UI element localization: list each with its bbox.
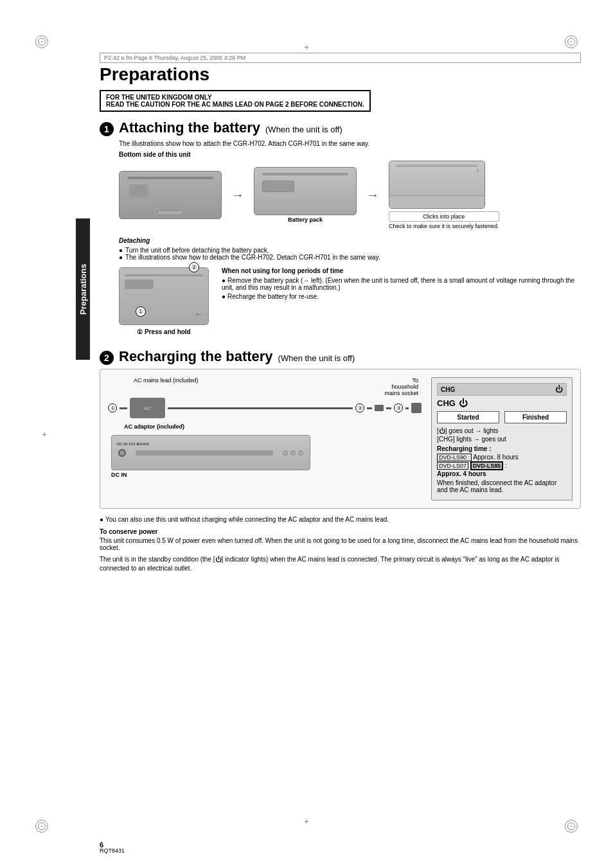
warning-line1: FOR THE UNITED KINGDOM ONLY READ THE CAU… <box>106 94 364 108</box>
dc-in-port <box>118 449 126 457</box>
dvd-player-area: DC IN 12V ⊕⊖⊖⊖ <box>111 435 422 478</box>
approx2-text: Approx. 4 hours <box>437 470 567 477</box>
chg-main-labels: CHG ⏻ <box>437 398 567 408</box>
finished-note: When finished, disconnect the AC adaptor… <box>437 479 567 493</box>
colon-sep: : <box>505 462 507 469</box>
corner-mark-tl <box>35 35 48 48</box>
model2-highlight-label: DVD-LS85 <box>470 461 504 470</box>
recharging-time-label: Recharging time : <box>437 445 567 452</box>
household-label: To household mains socket <box>384 377 418 396</box>
model2-line: DVD-LS07 DVD-LS85 : <box>437 462 567 469</box>
arrow-2: → <box>366 188 379 202</box>
corner-mark-br <box>565 820 578 833</box>
section1-subtitle: (When the unit is off) <box>265 125 342 134</box>
ac-top-labels: AC mains lead (included) To household ma… <box>108 377 422 396</box>
chg-status-row: Started Finished <box>437 411 567 423</box>
battery-pack-label: Battery pack <box>254 217 357 223</box>
section1-header: 1 Attaching the battery (When the unit i… <box>100 120 581 136</box>
check-label: Check to make sure it is securely fasten… <box>389 223 499 229</box>
corner-mark-tr <box>565 35 578 48</box>
recharge-left-col: AC mains lead (included) To household ma… <box>108 377 422 478</box>
file-header: P2-32 e.fm Page 6 Thursday, August 25, 2… <box>100 53 581 63</box>
conserve-section: To conserve power This unit consumes 0.5… <box>100 528 581 573</box>
recharge-right-col: CHG ⏻ CHG ⏻ Started Finished <box>431 377 573 500</box>
section2-title: Recharging the battery <box>119 348 273 365</box>
sidebar-label: Preparations <box>76 218 90 360</box>
ac-mains-lead-label: AC mains lead (included) <box>134 377 199 396</box>
step1-circle: ① <box>108 403 117 412</box>
conserve-title: To conserve power <box>100 528 581 535</box>
step-1-circle: ① <box>136 306 146 317</box>
btn3 <box>298 450 303 456</box>
power-icon-top: ⏻ <box>555 385 563 394</box>
lower-device-diagram: ② ① ← ↑ <box>119 267 209 335</box>
buttons-area <box>283 450 303 456</box>
section1-number: 1 <box>100 122 114 136</box>
model1-label: DVD-LS90 : <box>437 454 472 461</box>
lower-battery-area: ② ① ← ↑ <box>119 267 581 335</box>
rqt-number: RQT8431 <box>100 847 125 854</box>
chg-indicator-bar: CHG ⏻ <box>437 383 567 396</box>
step2-circle: ② <box>355 403 364 412</box>
battery-diagrams: → Battery pack → <box>119 161 581 229</box>
recharge-diagram-box: AC mains lead (included) To household ma… <box>100 369 581 509</box>
cross-mark-bottom: + <box>304 816 309 826</box>
step-2-circle: ② <box>189 262 199 272</box>
warning-box: FOR THE UNITED KINGDOM ONLY READ THE CAU… <box>100 90 371 112</box>
chg-panel: CHG ⏻ CHG ⏻ Started Finished <box>431 377 573 500</box>
arrow-1: → <box>231 188 244 202</box>
connector-shape <box>375 405 384 411</box>
btn2 <box>290 450 296 456</box>
dvd-player-diagram: DC IN 12V ⊕⊖⊖⊖ <box>111 435 310 470</box>
cable-seg3 <box>367 407 372 409</box>
device-diagram-1 <box>119 171 222 219</box>
chg-main-label: CHG <box>437 398 456 408</box>
chg-info: [⏻] goes out → lights [CHG] lights → goe… <box>437 427 567 493</box>
clicks-label-box: Clicks into place <box>389 211 499 222</box>
ac-diagram-row: ① AC ② <box>108 398 422 418</box>
detaching-bullet-1: Turn the unit off before detaching the b… <box>119 247 581 254</box>
dc-in-area: DC IN 12V ⊕⊖⊖⊖ <box>118 449 126 457</box>
cable-seg4 <box>386 407 391 409</box>
model2-plain-label: DVD-LS07 <box>437 462 468 470</box>
not-using-bullet-1: Remove the battery pack (→ left). (Even … <box>222 277 581 291</box>
not-using-bullets: Remove the battery pack (→ left). (Even … <box>222 277 581 300</box>
corner-mark-bl <box>35 820 48 833</box>
ac-adaptor-label: AC adaptor (included) <box>124 423 422 430</box>
bottom-label: Bottom side of this unit <box>119 151 581 158</box>
btn1 <box>283 450 288 456</box>
started-box: Started <box>437 411 499 423</box>
detaching-section: Detaching Turn the unit off before detac… <box>119 237 581 261</box>
page-container: + + + + P2-32 e.fm Page 6 Thursday, Augu… <box>0 0 613 868</box>
step3-circle: ③ <box>394 403 403 412</box>
device-step-container: ② ① ← ↑ <box>119 267 209 325</box>
press-hold-label: ① Press and hold <box>137 328 190 335</box>
conserve-text: This unit consumes 0.5 W of power even w… <box>100 537 581 551</box>
battery-pack-diagram: Battery pack <box>254 167 357 223</box>
standby-text: The unit is in the standby condition (th… <box>100 555 581 573</box>
cable-seg5 <box>405 407 409 409</box>
approx1-text: Approx. 8 hours <box>473 454 519 461</box>
section2-header: 2 Recharging the battery (When the unit … <box>100 348 581 365</box>
dc-in-small: DC IN 12V ⊕⊖⊖⊖ <box>117 441 149 446</box>
dc-in-label: DC IN <box>111 472 422 478</box>
model1-line: DVD-LS90 : Approx. 8 hours <box>437 454 567 461</box>
page-title: Preparations <box>100 64 581 85</box>
finished-box: Finished <box>504 411 567 423</box>
battery-desc: The illustrations show how to attach the… <box>119 140 581 147</box>
attach-battery-section: 1 Attaching the battery (When the unit i… <box>100 120 581 335</box>
chg-top-label: CHG <box>441 386 455 393</box>
recharging-section: 2 Recharging the battery (When the unit … <box>100 348 581 573</box>
cross-mark-top: + <box>304 42 309 52</box>
detaching-title: Detaching <box>119 237 581 244</box>
section2-number: 2 <box>100 351 114 365</box>
main-content: Preparations FOR THE UNITED KINGDOM ONLY… <box>100 64 581 578</box>
battery-inserted-diagram: ↓ Clicks into place Check to make sure i… <box>389 161 499 229</box>
disc-slot <box>136 450 273 456</box>
not-using-bullet-2: Recharge the battery for re-use. <box>222 293 581 300</box>
detaching-bullets: Turn the unit off before detaching the b… <box>119 247 581 261</box>
recharge-main-row: AC mains lead (included) To household ma… <box>108 377 573 500</box>
adaptor-shape: AC <box>130 398 165 418</box>
not-using-box: When not using for long periods of time … <box>222 267 581 335</box>
cable-seg2 <box>168 407 353 409</box>
